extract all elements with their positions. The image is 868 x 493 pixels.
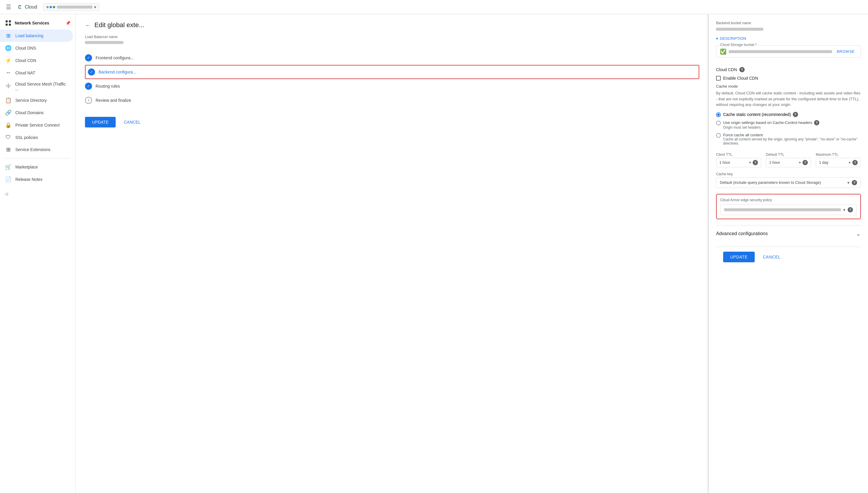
back-button[interactable]: ← <box>85 22 91 29</box>
step-label-routing: Routing rules <box>95 84 120 88</box>
cache-mode-title: Cache mode <box>716 84 861 88</box>
cloud-cdn-icon: ⚡ <box>5 57 12 64</box>
maximum-ttl-chevron: ▾ <box>849 160 851 165</box>
sidebar-item-cloud-domains[interactable]: 🔗 Cloud Domains <box>0 107 73 119</box>
radio-static[interactable] <box>716 112 721 117</box>
default-ttl-value: 1 hour <box>769 160 797 165</box>
lb-name-section: Load Balancer name <box>85 35 699 45</box>
maximum-ttl-select[interactable]: 1 day ▾ ? <box>816 158 861 167</box>
main-layout: Network Services 📌 ⊞ Load balancing 🌐 Cl… <box>0 14 868 493</box>
update-main-button[interactable]: UPDATE <box>85 117 116 127</box>
svg-point-5 <box>8 84 8 84</box>
sidebar-item-load-balancing[interactable]: ⊞ Load balancing <box>0 29 73 42</box>
sidebar-item-label: Load balancing <box>15 33 43 38</box>
sidebar-item-cloud-cdn[interactable]: ⚡ Cloud CDN <box>0 54 73 67</box>
svg-point-7 <box>8 87 8 88</box>
sidebar-item-private-service-connect[interactable]: 🔒 Private Service Connect <box>0 119 73 131</box>
cache-option-origin[interactable]: Use origin settings based on Cache-Contr… <box>716 120 861 130</box>
sidebar-item-label: Service Directory <box>15 98 47 103</box>
armor-help-icon[interactable]: ? <box>848 207 853 212</box>
sidebar-header: Network Services 📌 <box>0 17 75 29</box>
backend-bucket-name-label: Backend bucket name <box>716 21 861 25</box>
sidebar-item-service-directory[interactable]: 📋 Service Directory <box>0 94 73 107</box>
svg-point-4 <box>6 85 7 86</box>
radio-force-text: Force cache all content Cache all conten… <box>723 132 861 146</box>
cloud-service-mesh-icon <box>5 83 12 90</box>
wizard-step-routing[interactable]: ✓ Routing rules <box>85 79 699 93</box>
radio-origin-text: Use origin settings based on Cache-Contr… <box>723 120 819 130</box>
maximum-ttl-help-icon[interactable]: ? <box>852 160 858 165</box>
sidebar-item-release-notes[interactable]: 📄 Release Notes <box>0 173 73 186</box>
wizard-step-review[interactable]: ℹ Review and finalize <box>85 93 699 107</box>
wizard-steps: ✓ Frontend configura... ✓ Backend config… <box>85 51 699 107</box>
sidebar-item-service-extensions[interactable]: ⊞ Service Extensions <box>0 143 73 156</box>
description-toggle-label: DESCRIPTION <box>720 36 746 41</box>
update-drawer-button[interactable]: UPDATE <box>723 252 755 262</box>
default-ttl-select[interactable]: 1 hour ▾ ? <box>766 158 811 167</box>
cache-static-help-icon[interactable]: ? <box>793 112 798 117</box>
radio-origin[interactable] <box>716 121 721 125</box>
sidebar-item-cloud-nat[interactable]: ↔ Cloud NAT <box>0 67 73 79</box>
project-chevron-icon: ▾ <box>94 5 96 9</box>
radio-static-text: Cache static content (recommended) ? <box>723 112 798 117</box>
sidebar-item-cloud-service-mesh[interactable]: Cloud Service Mesh (Traffic ... <box>0 79 73 94</box>
bucket-value-blurred <box>729 50 832 53</box>
client-ttl-chevron: ▾ <box>749 160 751 165</box>
cloud-storage-input[interactable]: ✅ BROWSE <box>716 45 861 58</box>
maximum-ttl-value: 1 day <box>819 160 847 165</box>
project-name-blurred <box>57 6 92 8</box>
load-balancing-icon: ⊞ <box>5 33 12 39</box>
cache-key-select[interactable]: Default (include query parameters known … <box>716 177 861 188</box>
project-selector[interactable]: ▾ <box>43 3 100 11</box>
browse-button[interactable]: BROWSE <box>834 48 857 55</box>
google-logo-icon <box>17 4 23 10</box>
advanced-configurations[interactable]: Advanced configurations ⌄ <box>716 225 861 242</box>
description-toggle[interactable]: ▾ DESCRIPTION <box>716 36 861 41</box>
sidebar-item-marketplace[interactable]: 🛒 Marketplace <box>0 161 73 173</box>
cancel-drawer-button[interactable]: CANCEL <box>758 252 785 262</box>
armor-value-blurred <box>724 208 841 211</box>
radio-force[interactable] <box>716 133 721 138</box>
svg-rect-3 <box>9 24 11 26</box>
svg-point-6 <box>9 85 10 86</box>
radio-static-label: Cache static content (recommended) ? <box>723 112 798 117</box>
cancel-main-button[interactable]: CANCEL <box>119 117 146 127</box>
drawer-bottom-buttons: UPDATE CANCEL <box>716 246 861 267</box>
sidebar-item-cloud-dns[interactable]: 🌐 Cloud DNS <box>0 42 73 54</box>
wizard-step-frontend[interactable]: ✓ Frontend configura... <box>85 51 699 65</box>
step-icon-frontend: ✓ <box>85 54 92 61</box>
client-ttl-help-icon[interactable]: ? <box>753 160 758 165</box>
google-cloud-logo: Cloud <box>17 4 37 10</box>
cloud-cdn-help-icon[interactable]: ? <box>739 67 745 72</box>
default-ttl-help-icon[interactable]: ? <box>803 160 808 165</box>
cloud-domains-icon: 🔗 <box>5 109 12 116</box>
step-label-review: Review and finalize <box>95 98 131 103</box>
enable-cloud-cdn-checkbox[interactable] <box>716 76 721 81</box>
step-label-frontend: Frontend configura... <box>95 56 134 60</box>
sidebar-section-title: Network Services <box>15 21 49 25</box>
cache-option-static[interactable]: Cache static content (recommended) ? <box>716 112 861 117</box>
step-label-backend: Backend configura... <box>99 70 136 74</box>
menu-icon[interactable]: ☰ <box>3 1 14 13</box>
client-ttl-select[interactable]: 1 hour ▾ ? <box>716 158 761 167</box>
sidebar-item-label: Cloud DNS <box>15 46 36 50</box>
wizard-step-backend[interactable]: ✓ Backend configura... <box>85 65 699 79</box>
armor-select[interactable]: ▾ ? <box>720 205 857 215</box>
cache-key-value: Default (include query parameters known … <box>720 180 845 185</box>
private-service-connect-icon: 🔒 <box>5 122 12 128</box>
svg-rect-2 <box>6 24 8 26</box>
main-bottom-buttons: UPDATE CANCEL <box>85 117 699 127</box>
cache-key-help-icon[interactable]: ? <box>852 180 857 185</box>
backend-bucket-name-field: Backend bucket name <box>716 21 861 31</box>
collapse-sidebar[interactable]: ◁ <box>0 188 75 200</box>
cache-origin-help-icon[interactable]: ? <box>814 120 819 125</box>
armor-label: Cloud Armor edge security policy <box>720 198 857 202</box>
project-dots <box>46 6 55 8</box>
cache-mode-section: Cache mode By default, Cloud CDN will ca… <box>716 84 861 148</box>
step-icon-backend: ✓ <box>88 68 95 76</box>
ssl-policies-icon: 🛡 <box>5 134 12 141</box>
svg-rect-1 <box>9 20 11 22</box>
sidebar-item-ssl-policies[interactable]: 🛡 SSL policies <box>0 131 73 143</box>
cache-option-force[interactable]: Force cache all content Cache all conten… <box>716 132 861 146</box>
service-extensions-icon: ⊞ <box>5 146 12 153</box>
